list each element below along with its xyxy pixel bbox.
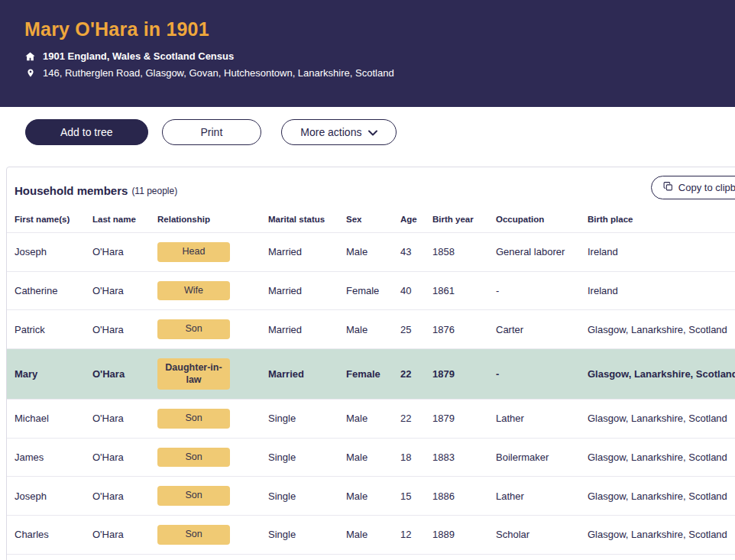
cell-birth-place: Glasgow, Lanarkshire, Scotland [588, 554, 735, 560]
print-button[interactable]: Print [162, 119, 262, 145]
cell-last-name: O'Hara [92, 233, 157, 272]
cell-relationship: Son [157, 516, 268, 555]
table-header-row: First name(s) Last name Relationship Mar… [7, 207, 735, 233]
cell-first-name: Patrick [7, 310, 92, 349]
cell-marital-status: Married [268, 233, 346, 272]
col-sex: Sex [346, 207, 400, 233]
home-icon [24, 51, 36, 62]
cell-occupation: Scholar [496, 554, 588, 560]
cell-birth-place: Glasgow, Lanarkshire, Scotland [588, 310, 735, 349]
cell-sex: Male [346, 400, 400, 439]
cell-relationship: Head [157, 233, 268, 272]
cell-age: 25 [400, 310, 432, 349]
cell-marital-status: Single [268, 554, 346, 560]
col-first-names: First name(s) [7, 207, 92, 233]
table-row[interactable]: James O'Hara Son Single Male 18 1883 Boi… [7, 438, 735, 477]
add-to-tree-button[interactable]: Add to tree [25, 119, 148, 145]
table-row[interactable]: Michael O'Hara Son Single Male 22 1879 L… [7, 400, 735, 439]
cell-marital-status: Single [268, 438, 346, 477]
cell-birth-place: Glasgow, Lanarkshire, Scotland [588, 400, 735, 439]
relationship-badge: Son [157, 525, 230, 545]
cell-last-name: O'Hara [92, 310, 157, 349]
cell-sex: Female [346, 348, 400, 399]
cell-first-name: Charles [7, 516, 92, 555]
cell-age: 22 [400, 400, 432, 439]
col-age: Age [400, 207, 432, 233]
cell-birth-year: 1891 [432, 554, 496, 560]
cell-sex: Female [346, 271, 400, 310]
cell-birth-year: 1858 [432, 233, 496, 272]
cell-relationship: Son [157, 400, 268, 439]
copy-to-clipboard-label: Copy to clipboard [678, 182, 735, 193]
cell-birth-place: Glasgow, Lanarkshire, Scotland [588, 438, 735, 477]
table-row[interactable]: Mary O'Hara Daughter-in-law Married Fema… [7, 348, 735, 399]
cell-age: 15 [400, 477, 432, 516]
cell-last-name: O'Hara [92, 400, 157, 439]
household-members-count: (11 people) [131, 186, 177, 196]
cell-birth-year: 1879 [432, 400, 496, 439]
cell-age: 18 [400, 438, 432, 477]
household-table: First name(s) Last name Relationship Mar… [7, 207, 735, 560]
relationship-badge: Daughter-in-law [157, 358, 230, 390]
more-actions-button[interactable]: More actions [281, 119, 397, 145]
cell-birth-place: Ireland [588, 271, 735, 310]
cell-sex: Male [346, 477, 400, 516]
cell-sex: Female [346, 554, 400, 560]
cell-relationship: Daughter [157, 554, 268, 560]
page-title: Mary O'Hara in 1901 [24, 18, 711, 40]
cell-birth-year: 1889 [432, 516, 496, 555]
cell-birth-year: 1876 [432, 310, 496, 349]
cell-first-name: Catherine [7, 271, 92, 310]
table-row[interactable]: Patrick O'Hara Son Married Male 25 1876 … [7, 310, 735, 349]
chevron-down-icon [368, 126, 377, 138]
col-last-name: Last name [92, 207, 157, 233]
table-row[interactable]: Catherine O'Hara Wife Married Female 40 … [7, 271, 735, 310]
cell-first-name: Michael [7, 400, 92, 439]
col-relationship: Relationship [157, 207, 268, 233]
cell-relationship: Son [157, 438, 268, 477]
col-birth-year: Birth year [432, 207, 496, 233]
cell-last-name: O'Hara [92, 554, 157, 560]
cell-birth-year: 1886 [432, 477, 496, 516]
household-members-card: Household members (11 people) Copy to cl… [6, 167, 735, 560]
map-pin-icon [24, 67, 36, 79]
cell-first-name: Joseph [7, 233, 92, 272]
cell-occupation: - [496, 348, 588, 399]
relationship-badge: Son [157, 319, 230, 339]
cell-birth-place: Glasgow, Lanarkshire, Scotland [588, 516, 735, 555]
table-row[interactable]: Mary O'Hara Daughter Single Female 10 18… [7, 554, 735, 560]
table-row[interactable]: Joseph O'Hara Son Single Male 15 1886 La… [7, 477, 735, 516]
cell-marital-status: Single [268, 516, 346, 555]
census-line: 1901 England, Wales & Scotland Census [24, 50, 711, 62]
cell-birth-year: 1883 [432, 438, 496, 477]
cell-first-name: James [7, 438, 92, 477]
cell-birth-place: Glasgow, Lanarkshire, Scotland [588, 348, 735, 399]
cell-marital-status: Married [268, 348, 346, 399]
table-row[interactable]: Joseph O'Hara Head Married Male 43 1858 … [7, 233, 735, 272]
table-row[interactable]: Charles O'Hara Son Single Male 12 1889 S… [7, 516, 735, 555]
cell-first-name: Mary [7, 348, 92, 399]
cell-age: 22 [400, 348, 432, 399]
col-birth-place: Birth place [588, 207, 735, 233]
household-card-header: Household members (11 people) Copy to cl… [7, 167, 735, 207]
cell-birth-place: Ireland [588, 233, 735, 272]
cell-sex: Male [346, 438, 400, 477]
cell-marital-status: Single [268, 400, 346, 439]
household-table-head: First name(s) Last name Relationship Mar… [7, 207, 735, 233]
cell-sex: Male [346, 310, 400, 349]
cell-last-name: O'Hara [92, 348, 157, 399]
cell-occupation: Lather [496, 400, 588, 439]
record-address: 146, Rutherglen Road, Glasgow, Govan, Hu… [43, 67, 394, 79]
cell-sex: Male [346, 233, 400, 272]
relationship-badge: Wife [157, 281, 230, 301]
cell-last-name: O'Hara [92, 516, 157, 555]
cell-age: 43 [400, 233, 432, 272]
cell-occupation: Scholar [496, 516, 588, 555]
cell-occupation: Carter [496, 310, 588, 349]
cell-first-name: Joseph [7, 477, 92, 516]
copy-to-clipboard-button[interactable]: Copy to clipboard [651, 176, 735, 199]
actions-bar: Add to tree Print More actions [0, 107, 735, 159]
cell-relationship: Son [157, 310, 268, 349]
cell-marital-status: Married [268, 310, 346, 349]
cell-occupation: General laborer [496, 233, 588, 272]
